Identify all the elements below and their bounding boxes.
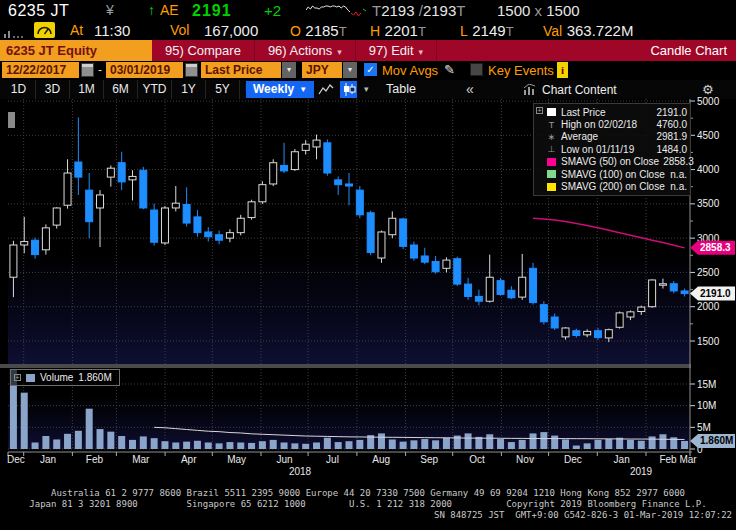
svg-text:10M: 10M <box>697 400 716 411</box>
svg-text:Jun: Jun <box>276 454 292 465</box>
volume-legend: + Volume 1.860M <box>10 369 120 386</box>
legend-row[interactable]: Last Price2191.0 <box>547 106 687 118</box>
volume-legend-label: Volume <box>40 372 73 383</box>
svg-text:Apr: Apr <box>181 454 197 465</box>
svg-text:Jul: Jul <box>326 454 339 465</box>
svg-text:4500: 4500 <box>697 130 720 141</box>
candle-chart-canvas: 5000450040003500300025002000150015M10M5M… <box>0 0 736 530</box>
legend-row[interactable]: SMAVG (50) on Close2858.3 <box>547 156 687 168</box>
svg-text:2500: 2500 <box>697 267 720 278</box>
svg-text:Jan: Jan <box>40 454 56 465</box>
svg-text:1.860M: 1.860M <box>700 435 733 446</box>
footer-contacts-line2: Japan 81 3 3201 8900 Singapore 65 6212 1… <box>0 499 736 510</box>
svg-text:5M: 5M <box>697 422 711 433</box>
legend-row[interactable]: ⊥Low on 01/11/191484.0 <box>547 143 687 155</box>
svg-text:Mar: Mar <box>132 454 150 465</box>
volume-legend-grip[interactable]: + <box>14 374 21 381</box>
svg-text:Oct: Oct <box>469 454 485 465</box>
legend-row[interactable]: SMAVG (200) on Closen.a. <box>547 180 687 192</box>
svg-text:15M: 15M <box>697 379 716 390</box>
svg-text:5000: 5000 <box>697 96 720 107</box>
footer-contacts-line1: Australia 61 2 9777 8600 Brazil 5511 239… <box>0 488 736 499</box>
legend-rows: Last Price2191.0THigh on 02/02/184760.0∗… <box>547 106 687 193</box>
svg-text:1500: 1500 <box>697 336 720 347</box>
svg-text:Jan: Jan <box>614 454 630 465</box>
footer-session-info: SN 848725 JST GMT+9:00 G542-826-3 01-Mar… <box>0 510 736 521</box>
svg-text:2019: 2019 <box>630 466 653 477</box>
legend-row[interactable]: ∗Average2981.9 <box>547 131 687 143</box>
svg-text:4000: 4000 <box>697 164 720 175</box>
svg-text:2018: 2018 <box>289 466 312 477</box>
svg-text:2858.3: 2858.3 <box>700 242 731 253</box>
svg-text:Feb: Feb <box>86 454 104 465</box>
svg-text:2191.0: 2191.0 <box>700 288 731 299</box>
chart-legend: + Last Price2191.0THigh on 02/02/184760.… <box>533 103 691 196</box>
svg-text:2000: 2000 <box>697 301 720 312</box>
legend-row[interactable]: SMAVG (100) on Closen.a. <box>547 168 687 180</box>
svg-text:May: May <box>227 454 246 465</box>
svg-text:Nov: Nov <box>516 454 534 465</box>
svg-text:Mar: Mar <box>679 454 697 465</box>
svg-text:Sep: Sep <box>420 454 438 465</box>
svg-text:Feb: Feb <box>659 454 677 465</box>
volume-legend-value: 1.860M <box>78 372 111 383</box>
svg-text:Aug: Aug <box>372 454 390 465</box>
legend-row[interactable]: THigh on 02/02/184760.0 <box>547 118 687 130</box>
legend-grip[interactable]: + <box>536 107 543 114</box>
svg-text:Dec: Dec <box>564 454 582 465</box>
svg-text:3500: 3500 <box>697 198 720 209</box>
volume-marker <box>26 374 35 382</box>
svg-text:Dec: Dec <box>7 454 25 465</box>
footer: Australia 61 2 9777 8600 Brazil 5511 239… <box>0 488 736 521</box>
